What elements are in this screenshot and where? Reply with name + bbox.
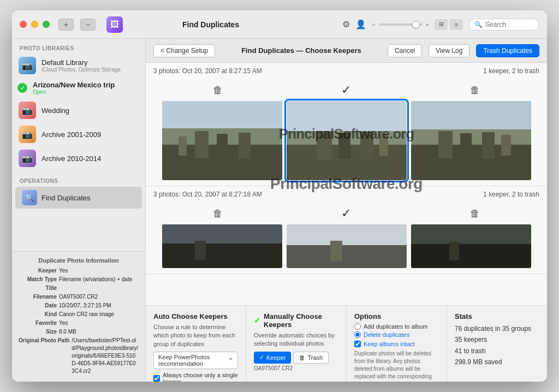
view-icons: ⊞ ≡ xyxy=(435,19,463,30)
change-setup-button[interactable]: < Change Setup xyxy=(153,44,215,57)
group2-photo-3[interactable] xyxy=(411,224,531,268)
info-value-keeper: Yes xyxy=(59,267,68,275)
group1-check-icon: ✓ xyxy=(337,81,355,99)
main-content: Photo Libraries 📷 Default Library iCloud… xyxy=(12,39,547,382)
manual-trash-button[interactable]: 🗑 Trash xyxy=(293,352,329,364)
svg-rect-14 xyxy=(360,132,373,159)
main-panel: < Change Setup Find Duplicates — Choose … xyxy=(146,39,547,382)
svg-rect-35 xyxy=(449,242,459,260)
info-row-matchtype: Match Type Filename (w/variations) + dat… xyxy=(19,276,139,283)
keeper-button[interactable]: ✓ Keeper xyxy=(254,352,291,364)
info-label-kind: Kind xyxy=(19,311,57,318)
group2-photo-1[interactable] xyxy=(162,224,282,268)
close-button[interactable] xyxy=(20,21,27,28)
group2-photo-2[interactable] xyxy=(287,224,407,268)
sidebar-item-default-library[interactable]: 📷 Default Library iCloud Photos, Optimiz… xyxy=(12,54,145,78)
group1-header-left: 3 photos: Oct 20, 2007 at 8:27:15 AM xyxy=(153,67,262,75)
app-icon: 🖼 xyxy=(106,16,123,33)
sidebar-item-archive-2010[interactable]: 📷 Archive 2010-2014 xyxy=(12,146,145,170)
info-row-keeper: Keeper Yes xyxy=(19,267,139,275)
toolbar-title: Find Duplicates — Choose Keepers xyxy=(222,46,381,55)
group1-photo-2[interactable] xyxy=(287,101,407,180)
auto-choose-title: Auto Choose Keepers xyxy=(153,312,238,320)
keeper-rule-dropdown[interactable]: Keep PowerPhotos recommendation ⌃ xyxy=(153,352,238,369)
svg-rect-12 xyxy=(317,131,332,159)
svg-rect-4 xyxy=(195,131,209,158)
sidebar: Photo Libraries 📷 Default Library iCloud… xyxy=(12,39,146,382)
opt-delete-dups-row: Delete duplicates xyxy=(354,331,439,338)
opt-delete-dups-radio[interactable] xyxy=(354,331,361,338)
archive2001-library-name: Archive 2001-2009 xyxy=(41,130,101,139)
manual-filename: OA9T5007.CR2 xyxy=(254,365,338,371)
group1-actions: 🗑 ✓ 🗑 xyxy=(146,79,547,101)
svg-rect-27 xyxy=(195,241,206,260)
user-icon[interactable]: 👤 xyxy=(355,19,366,29)
group1-photo-1[interactable] xyxy=(162,101,282,180)
svg-rect-7 xyxy=(179,136,187,156)
app-window: + − 🖼 Find Duplicates ⚙ 👤 − + ⊞ ≡ xyxy=(12,10,547,382)
svg-rect-20 xyxy=(438,131,453,158)
info-row-path: Original Photo Path /Users/bwebster/PPTe… xyxy=(19,337,139,375)
window-title: Find Duplicates xyxy=(123,20,299,29)
fullscreen-button[interactable] xyxy=(43,21,50,28)
stats-values: 76 duplicates in 35 groups 35 keepers 41… xyxy=(455,323,539,368)
find-duplicates-icon: 🔍 xyxy=(22,190,37,205)
current-library-name: Arizona/New Mexico trip xyxy=(33,81,115,89)
view-log-button[interactable]: View Log xyxy=(429,44,469,57)
photo-scroll-area[interactable]: 3 photos: Oct 20, 2007 at 8:27:15 AM 1 k… xyxy=(146,63,547,305)
info-row-kind: Kind Canon CR2 raw image xyxy=(19,311,139,318)
opt-add-album-radio[interactable] xyxy=(354,323,361,330)
svg-rect-25 xyxy=(162,224,282,243)
stats-col: Stats 76 duplicates in 35 groups 35 keep… xyxy=(447,306,547,382)
minimize-button[interactable] xyxy=(31,21,38,28)
group1-header: 3 photos: Oct 20, 2007 at 8:27:15 AM 1 k… xyxy=(146,63,547,79)
svg-rect-31 xyxy=(330,241,342,262)
group2-header-left: 3 photos: Oct 20, 2007 at 8:27:18 AM xyxy=(153,191,262,198)
settings-icon[interactable]: ⚙ xyxy=(342,19,350,29)
info-label-filename: Filename xyxy=(19,293,57,301)
options-col: Options Add duplicates to album Delete d… xyxy=(347,306,447,382)
svg-rect-5 xyxy=(217,134,228,158)
grid-view-icon[interactable]: ⊞ xyxy=(435,19,448,30)
archive2010-library-icon: 📷 xyxy=(19,150,36,167)
group2-header-right: 1 keeper, 2 to trash xyxy=(483,191,539,198)
info-row-title: Title xyxy=(19,284,139,292)
add-button[interactable]: + xyxy=(58,19,74,31)
options-desc: Duplicate photos will be deleted from th… xyxy=(354,350,439,382)
group2-trash-icon-1[interactable]: 🗑 xyxy=(209,205,227,222)
zoom-slider[interactable] xyxy=(379,23,423,26)
sidebar-item-current-library[interactable]: ✓ Arizona/New Mexico trip Open xyxy=(12,78,145,98)
stat-keepers: 35 keepers xyxy=(455,334,539,345)
group1-trash-icon-2[interactable]: 🗑 xyxy=(466,81,484,99)
keeper-trash-row: ✓ Keeper 🗑 Trash xyxy=(254,352,338,364)
sidebar-item-find-duplicates[interactable]: 🔍 Find Duplicates xyxy=(15,187,142,209)
group1-trash-icon-1[interactable]: 🗑 xyxy=(209,81,227,99)
opt-keep-albums-checkbox[interactable] xyxy=(354,341,361,347)
cancel-button[interactable]: Cancel xyxy=(388,44,422,57)
main-toolbar: < Change Setup Find Duplicates — Choose … xyxy=(146,39,547,63)
find-duplicates-label: Find Duplicates xyxy=(41,194,91,202)
traffic-lights xyxy=(20,21,50,28)
group1-photo-3[interactable] xyxy=(411,101,531,180)
single-keeper-row: Always choose only a single keeper xyxy=(153,372,238,382)
group2-actions: 🗑 ✓ 🗑 xyxy=(146,203,547,224)
stat-trash: 41 to trash xyxy=(455,346,539,357)
group2-trash-icon-2[interactable]: 🗑 xyxy=(466,205,484,222)
trash-duplicates-button[interactable]: Trash Duplicates xyxy=(476,44,539,57)
single-keeper-checkbox[interactable] xyxy=(153,375,160,382)
search-input[interactable] xyxy=(485,21,534,28)
search-box[interactable]: 🔍 xyxy=(468,19,539,31)
active-library-check: ✓ xyxy=(17,83,27,93)
current-library-status: Open xyxy=(33,89,115,95)
info-row-filename: Filename OA9T5007.CR2 xyxy=(19,293,139,301)
options-title: Options xyxy=(354,312,439,320)
sidebar-item-wedding[interactable]: 📷 Wedding xyxy=(12,98,145,122)
info-value-path: /Users/bwebster/PPTest-old/Playground.ph… xyxy=(72,337,139,375)
archive2010-library-name: Archive 2010-2014 xyxy=(41,155,101,163)
minus-button[interactable]: − xyxy=(80,19,96,31)
opt-add-album-row: Add duplicates to album xyxy=(354,323,439,330)
info-panel: Duplicate Photo Information Keeper Yes M… xyxy=(12,251,145,382)
dup-group-1: 3 photos: Oct 20, 2007 at 8:27:15 AM 1 k… xyxy=(146,63,547,186)
sidebar-item-archive-2001[interactable]: 📷 Archive 2001-2009 xyxy=(12,122,145,146)
list-view-icon[interactable]: ≡ xyxy=(450,19,463,30)
